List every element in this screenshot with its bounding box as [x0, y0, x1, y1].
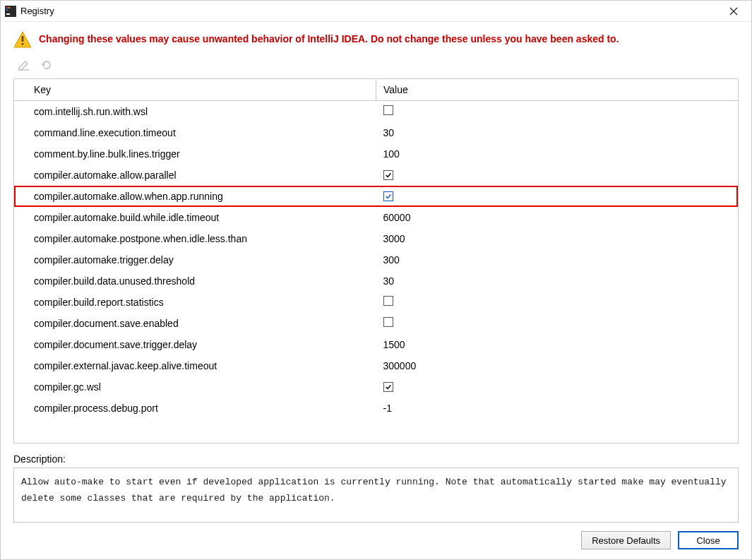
- warning-icon: [13, 30, 32, 49]
- registry-value-cell[interactable]: 30: [376, 270, 739, 292]
- registry-key-cell: command.line.execution.timeout: [14, 122, 376, 143]
- button-bar: Restore Defaults Close: [1, 523, 751, 559]
- registry-value-text[interactable]: 30: [383, 127, 395, 138]
- registry-value-text[interactable]: 100: [383, 148, 400, 160]
- registry-value-cell[interactable]: 30: [376, 122, 739, 143]
- registry-value-cell[interactable]: 300: [376, 249, 739, 270]
- registry-value-checkbox[interactable]: [383, 317, 393, 327]
- registry-key-cell: compiler.automake.allow.parallel: [14, 165, 376, 186]
- intellij-icon: [5, 6, 16, 17]
- registry-key-cell: compiler.automake.trigger.delay: [14, 249, 376, 270]
- registry-dialog: Registry Changing these values may cause…: [0, 0, 752, 560]
- registry-value-text[interactable]: -1: [383, 403, 392, 414]
- description-panel: Description: Allow auto-make to start ev…: [13, 453, 739, 523]
- table-row[interactable]: comment.by.line.bulk.lines.trigger100: [14, 143, 738, 165]
- table-row[interactable]: compiler.automake.allow.parallel: [14, 165, 738, 186]
- edit-icon[interactable]: [18, 59, 30, 71]
- registry-table-scroll[interactable]: Key Value com.intellij.sh.run.with.wslco…: [14, 79, 738, 443]
- svg-rect-4: [6, 9, 8, 11]
- registry-value-text[interactable]: 1500: [383, 339, 405, 350]
- registry-value-checkbox[interactable]: [383, 296, 393, 306]
- registry-key-cell: compiler.gc.wsl: [14, 376, 376, 398]
- registry-value-cell[interactable]: [376, 292, 739, 313]
- registry-key-cell: compiler.automake.postpone.when.idle.les…: [14, 228, 376, 249]
- table-row[interactable]: com.intellij.sh.run.with.wsl: [14, 101, 738, 122]
- titlebar-close-button[interactable]: [723, 1, 744, 22]
- registry-value-checkbox[interactable]: [383, 170, 393, 180]
- table-row[interactable]: compiler.automake.allow.when.app.running: [14, 186, 738, 207]
- registry-value-checkbox[interactable]: [383, 191, 393, 201]
- registry-value-checkbox[interactable]: [383, 382, 393, 392]
- registry-value-cell[interactable]: 3000: [376, 228, 739, 249]
- registry-value-text[interactable]: 300: [383, 254, 400, 266]
- description-text: Allow auto-make to start even if develop…: [13, 467, 739, 523]
- toolbar: [1, 56, 751, 77]
- svg-rect-1: [6, 13, 10, 15]
- registry-key-cell: comment.by.line.bulk.lines.trigger: [14, 143, 376, 165]
- table-row[interactable]: compiler.document.save.trigger.delay1500: [14, 334, 738, 355]
- registry-value-cell[interactable]: [376, 165, 739, 186]
- description-label: Description:: [13, 453, 739, 465]
- registry-key-cell: compiler.document.save.trigger.delay: [14, 334, 376, 355]
- svg-rect-3: [8, 7, 10, 8]
- registry-key-cell: com.intellij.sh.run.with.wsl: [14, 101, 376, 122]
- revert-icon[interactable]: [40, 59, 53, 71]
- registry-value-text[interactable]: 300000: [383, 360, 417, 371]
- registry-value-cell[interactable]: 300000: [376, 355, 739, 376]
- warning-banner: Changing these values may cause unwanted…: [1, 22, 751, 56]
- table-row[interactable]: compiler.document.save.enabled: [14, 313, 738, 334]
- registry-value-cell[interactable]: 60000: [376, 207, 739, 228]
- registry-value-cell[interactable]: [376, 101, 739, 122]
- table-row[interactable]: compiler.process.debug.port-1: [14, 398, 738, 419]
- table-row[interactable]: compiler.automake.build.while.idle.timeo…: [14, 207, 738, 228]
- table-row[interactable]: compiler.build.data.unused.threshold30: [14, 270, 738, 292]
- registry-key-cell: compiler.automake.build.while.idle.timeo…: [14, 207, 376, 228]
- registry-key-cell: compiler.automake.allow.when.app.running: [14, 186, 376, 207]
- table-row[interactable]: compiler.automake.postpone.when.idle.les…: [14, 228, 738, 249]
- registry-value-cell[interactable]: 1500: [376, 334, 739, 355]
- registry-value-checkbox[interactable]: [383, 105, 393, 115]
- svg-rect-9: [22, 43, 24, 45]
- warning-text: Changing these values may cause unwanted…: [39, 32, 619, 47]
- svg-rect-2: [6, 7, 8, 8]
- table-row[interactable]: compiler.automake.trigger.delay300: [14, 249, 738, 270]
- registry-table: Key Value com.intellij.sh.run.with.wslco…: [14, 79, 738, 419]
- registry-value-text[interactable]: 30: [383, 275, 395, 287]
- close-button[interactable]: Close: [678, 531, 739, 549]
- registry-key-cell: compiler.process.debug.port: [14, 398, 376, 419]
- table-row[interactable]: command.line.execution.timeout30: [14, 122, 738, 143]
- registry-key-cell: compiler.build.data.unused.threshold: [14, 270, 376, 292]
- registry-table-container: Key Value com.intellij.sh.run.with.wslco…: [13, 78, 739, 443]
- registry-value-text[interactable]: 60000: [383, 212, 411, 223]
- registry-key-cell: compiler.build.report.statistics: [14, 292, 376, 313]
- registry-value-cell[interactable]: [376, 376, 739, 398]
- table-row[interactable]: compiler.external.javac.keep.alive.timeo…: [14, 355, 738, 376]
- table-row[interactable]: compiler.build.report.statistics: [14, 292, 738, 313]
- column-header-value[interactable]: Value: [376, 79, 739, 101]
- column-header-key[interactable]: Key: [14, 79, 376, 101]
- titlebar: Registry: [1, 1, 751, 22]
- registry-key-cell: compiler.document.save.enabled: [14, 313, 376, 334]
- registry-value-cell[interactable]: [376, 186, 739, 207]
- table-row[interactable]: compiler.gc.wsl: [14, 376, 738, 398]
- svg-rect-8: [22, 36, 24, 42]
- registry-value-text[interactable]: 3000: [383, 233, 405, 244]
- registry-key-cell: compiler.external.javac.keep.alive.timeo…: [14, 355, 376, 376]
- window-title: Registry: [20, 6, 54, 16]
- registry-value-cell[interactable]: [376, 313, 739, 334]
- registry-value-cell[interactable]: -1: [376, 398, 739, 419]
- registry-value-cell[interactable]: 100: [376, 143, 739, 165]
- restore-defaults-button[interactable]: Restore Defaults: [581, 531, 671, 549]
